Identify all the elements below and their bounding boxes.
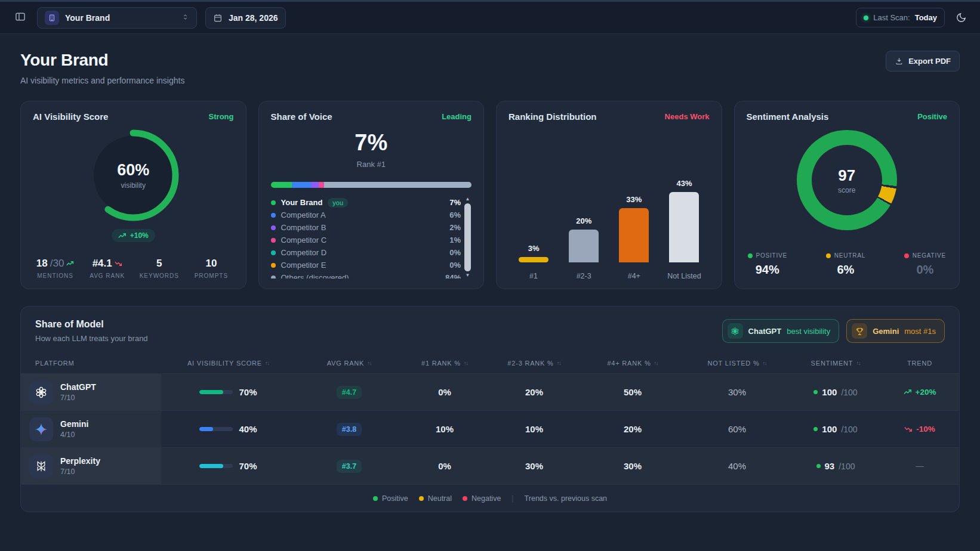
legend-value: 94% — [748, 263, 788, 277]
metric-cards: AI Visibility Score Strong 60% visibilit… — [20, 101, 960, 289]
trend-up-icon — [904, 389, 912, 395]
badge-note: most #1s — [904, 327, 936, 336]
ranking-badge: Needs Work — [665, 112, 710, 121]
platform-name: Perplexity — [60, 456, 100, 466]
legend-value: 6% — [826, 263, 865, 277]
platform-score-fraction: 4/10 — [60, 431, 88, 439]
keywords-label: KEYWORDS — [133, 273, 185, 279]
competitor-name: Competitor A — [281, 211, 326, 219]
ranking-distribution-card: Ranking Distribution Needs Work 3% 20% 3… — [496, 101, 722, 289]
trend-up-icon — [118, 233, 127, 239]
export-pdf-label: Export PDF — [908, 57, 951, 66]
mentions-total: /30 — [50, 258, 64, 270]
visibility-score-caption: visibility — [121, 181, 146, 190]
legend-note: Trends vs. previous scan — [525, 494, 607, 503]
sidebar-toggle-button[interactable] — [12, 8, 29, 27]
stat-avg-rank: #4.1 AVG RANK — [81, 258, 133, 279]
share-of-voice-card: Share of Voice Leading 7% Rank #1 Your B… — [258, 101, 485, 289]
avg-rank-pill: #3.7 — [337, 460, 362, 473]
column-trend: TREND — [880, 360, 959, 367]
legend-negative: Negative — [463, 494, 501, 503]
badge-model-name: Gemini — [873, 327, 899, 336]
chatgpt-icon — [728, 323, 743, 339]
sentiment-value: 93 — [825, 461, 835, 471]
avg-rank-pill: #3.8 — [337, 423, 362, 436]
trend-cell: +20% — [880, 388, 959, 397]
sentiment-donut-chart: 97 score — [797, 130, 897, 230]
ranking-axis-labels: #1 #2-3 #4+ Not Listed — [509, 272, 710, 280]
sentiment-cell: 100 /100 — [791, 387, 880, 397]
ai-visibility-badge: Strong — [209, 112, 234, 121]
sentiment-cell: 100 /100 — [791, 424, 880, 434]
share-of-voice-badge: Leading — [442, 112, 471, 121]
share-of-model-section: Share of Model How each LLM treats your … — [20, 306, 960, 512]
column-not-listed[interactable]: NOT LISTED %↑↓ — [683, 360, 791, 367]
column-visibility-score[interactable]: AI VISIBILITY SCORE↑↓ — [161, 360, 295, 367]
series-dot — [271, 200, 276, 205]
sentiment-badge: Positive — [917, 112, 947, 121]
brand-selector-label: Your Brand — [65, 13, 110, 23]
competitor-value: 84% — [445, 273, 461, 278]
chatgpt-icon — [29, 380, 53, 404]
rank1-cell: 0% — [403, 387, 486, 397]
export-pdf-button[interactable]: Export PDF — [886, 51, 960, 72]
sort-icon: ↑↓ — [557, 360, 561, 366]
share-of-voice-value: 7% — [271, 130, 472, 156]
scroll-down-arrow-icon[interactable]: ▼ — [466, 273, 470, 278]
list-item: Others (discovered) 84% — [271, 271, 461, 278]
column-sentiment[interactable]: SENTIMENT↑↓ — [791, 360, 880, 367]
date-picker-button[interactable]: Jan 28, 2026 — [205, 7, 286, 29]
table-title: Share of Model — [35, 319, 148, 330]
legend-positive: POSITIVE 94% — [748, 252, 788, 277]
competitor-name: Competitor D — [281, 248, 327, 257]
competitor-value: 1% — [449, 236, 461, 244]
badge-note: best visibility — [787, 327, 830, 336]
avg-rank-cell: #3.8 — [295, 423, 403, 436]
score-bar-fill — [199, 427, 212, 431]
column-avg-rank[interactable]: AVG RANK↑↓ — [295, 360, 403, 367]
page-subtitle: AI visibility metrics and performance in… — [20, 76, 184, 85]
avg-rank-cell: #4.7 — [295, 386, 403, 399]
best-visibility-badge: ChatGPT best visibility — [722, 319, 840, 343]
legend-neutral: NEUTRAL 6% — [826, 252, 865, 277]
score-bar-track — [199, 390, 233, 394]
list-scrollbar[interactable]: ▲ ▼ — [464, 196, 471, 278]
column-rank1[interactable]: #1 RANK %↑↓ — [403, 360, 486, 367]
prompts-value: 10 — [205, 258, 217, 270]
list-item: Competitor D 0% — [271, 246, 461, 259]
visibility-score-cell: 70% — [161, 387, 295, 397]
series-dot — [271, 238, 276, 243]
table-row-chatgpt: ChatGPT7/10 70% #4.7 0% 20% 50% 30% 100 … — [21, 374, 959, 411]
table-subtitle: How each LLM treats your brand — [35, 334, 148, 343]
scrollbar-thumb[interactable] — [464, 203, 471, 271]
visibility-delta-value: +10% — [130, 231, 149, 240]
sort-icon: ↑↓ — [856, 360, 860, 366]
score-value: 40% — [239, 424, 257, 434]
mentions-label: MENTIONS — [29, 273, 81, 279]
column-rank4plus[interactable]: #4+ RANK %↑↓ — [582, 360, 683, 367]
trend-value: -10% — [916, 425, 935, 434]
theme-toggle-button[interactable] — [953, 10, 969, 26]
table-header-row: PLATFORM AI VISIBILITY SCORE↑↓ AVG RANK↑… — [21, 352, 959, 374]
negative-dot — [463, 496, 467, 501]
positive-dot — [373, 496, 378, 501]
column-rank23[interactable]: #2-3 RANK %↑↓ — [486, 360, 582, 367]
visibility-score-cell: 70% — [161, 461, 295, 471]
trend-cell: — — [880, 462, 959, 470]
date-picker-label: Jan 28, 2026 — [229, 13, 278, 23]
competitor-name: Competitor B — [281, 223, 326, 232]
sentiment-title: Sentiment Analysis — [747, 112, 829, 122]
scroll-up-arrow-icon[interactable]: ▲ — [466, 196, 470, 202]
ranking-bar-chart: 3% 20% 33% 43% — [509, 179, 710, 262]
brand-selector[interactable]: Your Brand — [37, 7, 197, 29]
bar — [519, 257, 548, 262]
platform-score-fraction: 7/10 — [60, 468, 100, 476]
series-dot — [271, 225, 276, 230]
table-row-perplexity: Perplexity7/10 70% #3.7 0% 30% 30% 40% 9… — [21, 448, 959, 485]
series-dot — [271, 263, 276, 268]
column-platform: PLATFORM — [21, 360, 161, 367]
bar-not-listed: 43% — [665, 179, 702, 262]
competitor-name: Your Brand — [281, 198, 323, 207]
badge-model-name: ChatGPT — [748, 327, 782, 336]
legend-divider: | — [511, 494, 513, 503]
